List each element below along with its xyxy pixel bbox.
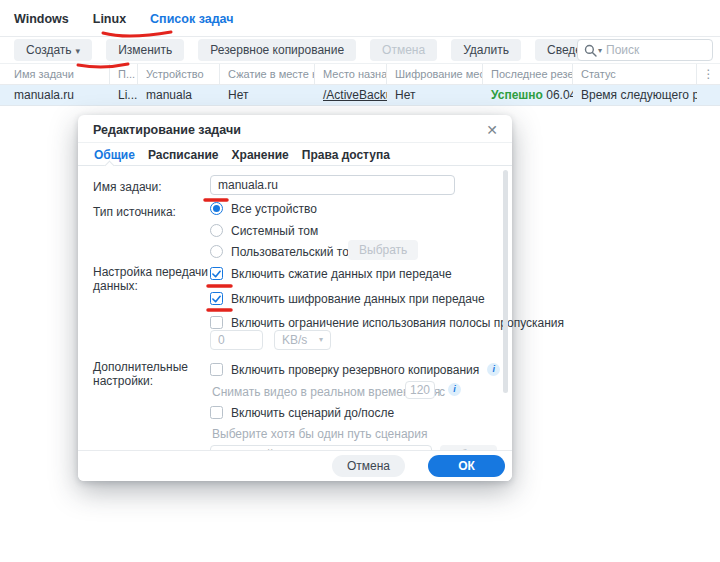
row-task-name: manuala.ru <box>0 85 110 105</box>
row-status: Время следующего резе... <box>573 85 697 105</box>
bandwidth-unit-select: KB/s▾ <box>274 330 331 350</box>
caret-down-icon: ▾ <box>319 331 323 349</box>
col-device[interactable]: Устройство <box>138 64 220 84</box>
bandwidth-value-input <box>210 330 263 350</box>
video-duration-input <box>405 381 435 399</box>
checkbox-icon[interactable] <box>210 316 223 329</box>
dialog-ok-button[interactable]: ОК <box>428 455 505 477</box>
radio-all-device[interactable]: Все устройство <box>210 201 317 216</box>
tab-linux[interactable]: Linux <box>93 12 126 26</box>
caret-down-icon: ▾ <box>76 46 81 56</box>
col-last-backup[interactable]: Последнее резер... <box>483 64 573 84</box>
info-icon[interactable]: i <box>487 363 500 376</box>
tab-task-list[interactable]: Список задач <box>150 12 233 26</box>
row-last-backup: Успешно 06.04.2... <box>483 85 573 105</box>
tab-windows[interactable]: Windows <box>14 12 69 26</box>
backup-button[interactable]: Резервное копирование <box>198 39 356 61</box>
radio-selected-icon[interactable] <box>210 202 223 215</box>
checkbox-backup-verification[interactable]: Включить проверку резервного копирования… <box>210 362 500 377</box>
col-status[interactable]: Статус <box>573 64 697 84</box>
search-box[interactable]: ▾ <box>577 39 713 61</box>
view-tabs: Windows Linux Список задач <box>14 12 234 26</box>
col-destination[interactable]: Место назна... <box>315 64 387 84</box>
checkbox-encryption[interactable]: Включить шифрование данных при передаче <box>210 291 485 306</box>
dialog-title: Редактирование задачи <box>93 123 241 137</box>
radio-system-volume[interactable]: Системный том <box>210 223 318 238</box>
search-caret-icon[interactable]: ▾ <box>598 46 602 55</box>
transfer-settings-label: Настройка передачиданных: <box>93 265 208 293</box>
delete-button[interactable]: Удалить <box>451 39 521 61</box>
row-encryption: Нет <box>387 85 483 105</box>
col-encryption[interactable]: Шифрование мес... <box>387 64 483 84</box>
script-hint: Выберите хотя бы один путь сценария <box>212 427 427 441</box>
divider <box>78 142 512 143</box>
column-settings-icon[interactable]: ⋮ <box>697 64 720 84</box>
choose-volume-button: Выбрать <box>348 240 418 260</box>
video-unit-label: с <box>439 385 445 399</box>
col-platform[interactable]: П... <box>110 64 138 84</box>
table-header: Имя задачи П... Устройство Сжатие в мест… <box>0 63 720 85</box>
destination-link[interactable]: /ActiveBacku... <box>323 88 387 102</box>
checkbox-compression[interactable]: Включить сжатие данных при передаче <box>210 266 452 281</box>
divider <box>0 36 720 37</box>
row-compression: Нет <box>220 85 315 105</box>
checkbox-script[interactable]: Включить сценарий до/после <box>210 405 394 420</box>
checkbox-checked-icon[interactable] <box>210 292 223 305</box>
dialog-footer: Отмена ОК <box>78 450 512 481</box>
close-icon[interactable]: ✕ <box>486 121 498 139</box>
divider <box>78 165 512 166</box>
task-name-label: Имя задачи: <box>93 180 162 194</box>
dialog-scrollbar[interactable] <box>503 170 508 393</box>
row-platform: Li... <box>110 85 138 105</box>
create-button[interactable]: Создать▾ <box>14 39 92 61</box>
screen: Windows Linux Список задач Создать▾ Изме… <box>0 0 720 562</box>
table-row[interactable]: manuala.ru Li... manuala Нет /ActiveBack… <box>0 85 720 106</box>
radio-icon[interactable] <box>210 224 223 237</box>
checkbox-icon[interactable] <box>210 406 223 419</box>
row-device: manuala <box>138 85 220 105</box>
col-task-name[interactable]: Имя задачи <box>0 64 110 84</box>
additional-settings-label: Дополнительныенастройки: <box>93 360 188 388</box>
info-icon[interactable]: i <box>448 383 461 396</box>
checkbox-icon[interactable] <box>210 363 223 376</box>
source-type-label: Тип источника: <box>93 205 176 219</box>
radio-icon[interactable] <box>210 245 223 258</box>
edit-task-dialog: Редактирование задачи ✕ Общие Расписание… <box>78 115 512 481</box>
col-compression[interactable]: Сжатие в месте н... <box>220 64 315 84</box>
dialog-cancel-button[interactable]: Отмена <box>332 455 405 477</box>
task-name-input[interactable] <box>210 175 455 195</box>
search-icon <box>584 44 597 57</box>
search-input[interactable] <box>606 43 696 57</box>
checkbox-bandwidth-limit[interactable]: Включить ограничение использования полос… <box>210 315 564 330</box>
checkbox-checked-icon[interactable] <box>210 267 223 280</box>
cancel-task-button: Отмена <box>370 39 437 61</box>
status-success-label: Успешно <box>491 88 543 102</box>
edit-button[interactable]: Изменить <box>106 39 184 61</box>
